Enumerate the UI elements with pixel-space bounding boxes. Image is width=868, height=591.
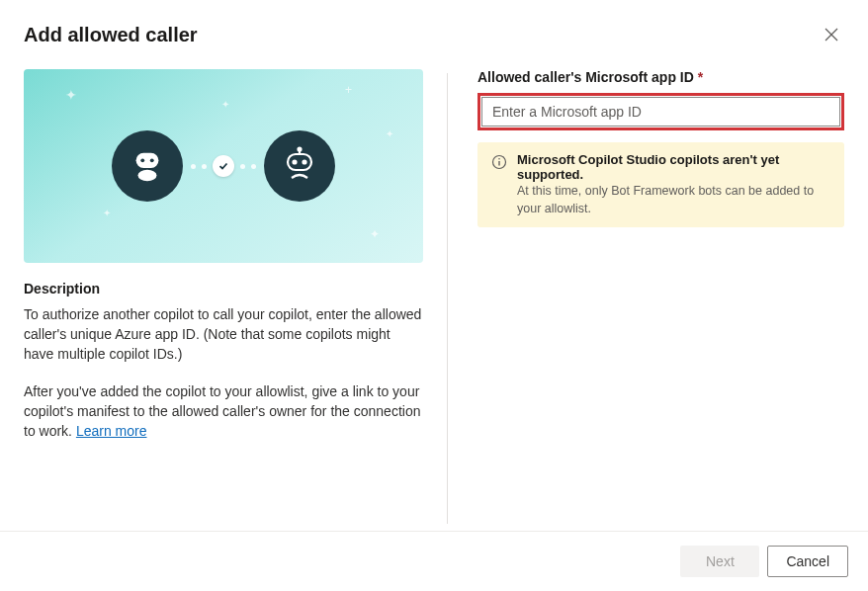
column-divider [447, 73, 448, 524]
bot-icon-outline [264, 130, 335, 202]
description-paragraph-2: After you've added the copilot to your a… [24, 381, 423, 441]
svg-point-5 [138, 170, 157, 181]
learn-more-link[interactable]: Learn more [76, 423, 147, 439]
dialog-content: ✦ ✦ ✦ ✦ ✦ + [0, 59, 868, 524]
svg-rect-6 [288, 154, 311, 170]
bot-icon-filled [112, 130, 183, 202]
check-icon [213, 155, 234, 177]
app-id-field-label: Allowed caller's Microsoft app ID * [477, 69, 844, 85]
illustration: ✦ ✦ ✦ ✦ ✦ + [24, 69, 423, 263]
app-id-input-highlight [477, 93, 844, 130]
svg-rect-2 [136, 153, 159, 168]
next-button[interactable]: Next [680, 546, 759, 577]
svg-point-3 [140, 158, 144, 162]
required-indicator: * [698, 69, 703, 85]
info-banner: Microsoft Copilot Studio copilots aren't… [477, 142, 844, 227]
close-icon [825, 28, 838, 42]
dialog-header: Add allowed caller [0, 0, 868, 59]
left-column: ✦ ✦ ✦ ✦ ✦ + [24, 69, 423, 524]
info-banner-title: Microsoft Copilot Studio copilots aren't… [517, 152, 830, 182]
svg-point-4 [150, 158, 154, 162]
info-icon [491, 154, 507, 170]
description-paragraph-1: To authorize another copilot to call you… [24, 304, 423, 364]
connection-dots [191, 155, 256, 177]
svg-point-10 [299, 148, 302, 151]
field-label-text: Allowed caller's Microsoft app ID [477, 69, 694, 85]
dialog-footer: Next Cancel [0, 531, 868, 591]
svg-point-13 [498, 158, 500, 160]
dialog-title: Add allowed caller [24, 24, 198, 46]
description-heading: Description [24, 281, 423, 296]
app-id-input[interactable] [481, 97, 840, 127]
info-banner-body: At this time, only Bot Framework bots ca… [517, 184, 814, 215]
close-button[interactable] [819, 22, 844, 47]
bot-connection-graphic [112, 130, 335, 202]
cancel-button[interactable]: Cancel [767, 546, 848, 577]
svg-point-7 [294, 161, 297, 164]
right-column: Allowed caller's Microsoft app ID * Micr… [472, 69, 844, 524]
info-banner-text: Microsoft Copilot Studio copilots aren't… [517, 152, 830, 217]
svg-point-8 [304, 161, 306, 164]
